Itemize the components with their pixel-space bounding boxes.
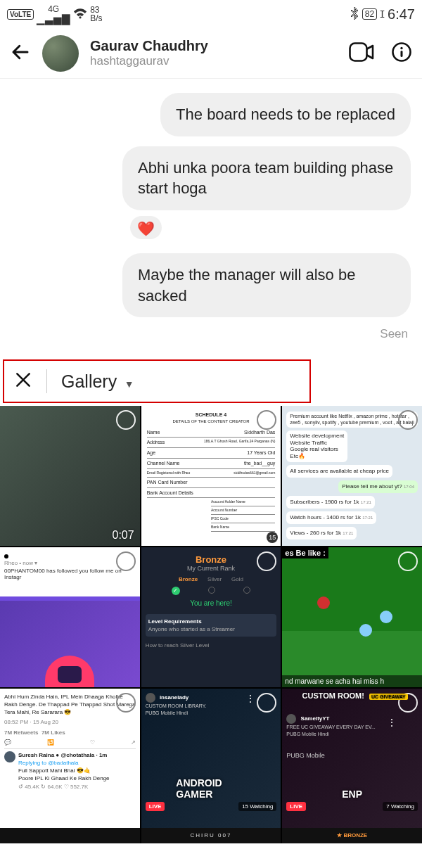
gallery-tile[interactable]: CHIRU 007 <box>141 828 281 843</box>
back-icon[interactable] <box>10 42 31 65</box>
chat-header: Gaurav Chaudhry hashtaggaurav <box>0 28 422 79</box>
video-duration: 0:07 <box>113 529 134 542</box>
svg-rect-3 <box>401 51 403 57</box>
live-badge: LIVE <box>146 802 165 811</box>
video-call-icon[interactable] <box>349 42 374 65</box>
gallery-tile[interactable]: Rheo • now ▾ 00PHANTOM00 has followed yo… <box>0 547 140 687</box>
name-block[interactable]: Gaurav Chaudhry hashtaggaurav <box>90 38 338 68</box>
reaction-heart[interactable]: ❤️ <box>130 216 162 239</box>
gallery-grid: 0:07 SCHEDULE 4 DETAILS OF THE CONTENT C… <box>0 406 422 828</box>
message-row[interactable]: The board needs to be replaced <box>11 93 411 136</box>
bluetooth-icon <box>350 7 359 22</box>
select-circle-icon[interactable] <box>398 551 418 571</box>
message-bubble: Maybe the manager will also be sacked <box>122 253 411 317</box>
net-speed: 83 B/s <box>90 6 102 23</box>
wifi-icon <box>73 8 87 21</box>
count-badge: 15 <box>267 532 278 543</box>
select-circle-icon[interactable] <box>116 693 136 713</box>
gallery-tile[interactable]: Abhi Hum Zinda Hain, IPL Mein Dhaaga Kho… <box>0 689 140 829</box>
gallery-tile[interactable]: Premium account like Netflix , amazon pr… <box>282 406 422 546</box>
battery-indicator: 82 <box>362 8 377 20</box>
gallery-tile[interactable] <box>0 828 140 843</box>
gallery-tile[interactable]: 0:07 <box>0 406 140 546</box>
svg-point-2 <box>400 46 402 49</box>
select-circle-icon[interactable] <box>116 410 136 430</box>
gallery-tile[interactable]: es Be like : nd marwane se acha hai miss… <box>282 547 422 687</box>
live-badge: LIVE <box>286 802 306 811</box>
message-bubble: The board needs to be replaced <box>160 93 411 136</box>
status-bar: VoLTE 4G ▁▃▅▇ 83 B/s 82 ⵊ 6:47 <box>0 0 422 28</box>
tutorial-highlight <box>3 359 311 403</box>
gallery-tile[interactable]: Bronze My Current Rank Bronze Silver Gol… <box>141 547 281 687</box>
message-row[interactable]: Maybe the manager will also be sacked <box>11 253 411 317</box>
info-icon[interactable] <box>391 42 412 65</box>
gallery-tile[interactable]: CUSTOM ROOM! UC GIVEAWAY SameltyYT FREE … <box>282 689 422 829</box>
username: hashtaggaurav <box>90 54 338 68</box>
svg-rect-0 <box>350 43 367 60</box>
mobile-signal-icon: 4G ▁▃▅▇ <box>37 5 70 24</box>
clock: 6:47 <box>388 6 415 23</box>
volte-badge: VoLTE <box>7 9 34 20</box>
gallery-grid-partial: CHIRU 007 ★ BRONZE <box>0 828 422 843</box>
gallery-tile[interactable]: ★ BRONZE <box>282 828 422 843</box>
gallery-tile[interactable]: SCHEDULE 4 DETAILS OF THE CONTENT CREATO… <box>141 406 281 546</box>
message-list: The board needs to be replaced Abhi unka… <box>0 79 422 347</box>
avatar[interactable] <box>42 35 79 72</box>
select-circle-icon[interactable] <box>257 693 276 713</box>
gallery-tile[interactable]: insanelady CUSTOM ROOM LIBRARY. PUBG Mob… <box>141 689 281 829</box>
message-bubble: Abhi unka poora team building phase star… <box>122 146 411 210</box>
select-circle-icon[interactable] <box>116 551 136 571</box>
seen-indicator: Seen <box>11 327 411 341</box>
display-name: Gaurav Chaudhry <box>90 38 338 54</box>
gallery-picker-bar: Gallery ▼ <box>0 357 422 406</box>
message-row[interactable]: Abhi unka poora team building phase star… <box>11 146 411 210</box>
